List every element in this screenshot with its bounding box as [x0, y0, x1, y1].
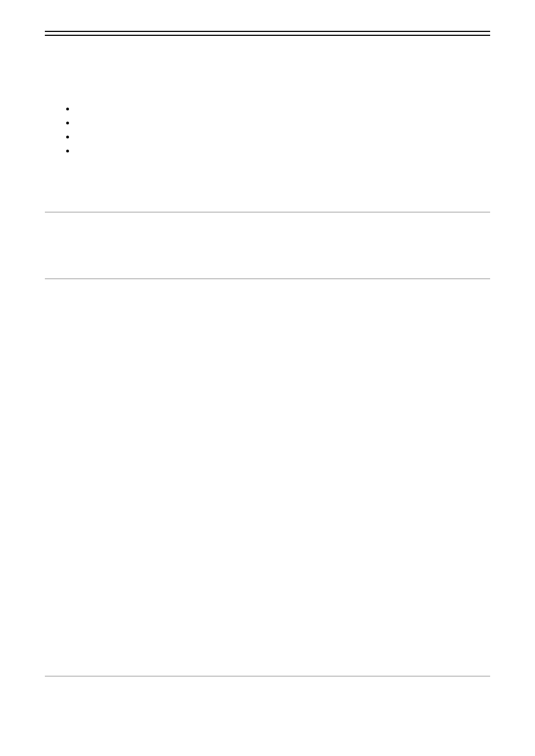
top-rule-2 — [45, 35, 490, 36]
bullet-icon — [66, 122, 69, 124]
bullet-icon — [66, 108, 69, 110]
section-rule-1 — [45, 212, 490, 212]
section-rule-2 — [45, 279, 490, 279]
top-rule-1 — [45, 31, 490, 32]
bullet-icon — [66, 150, 69, 152]
bullet-list — [66, 108, 69, 164]
document-page — [0, 0, 535, 756]
footer-rule — [45, 676, 490, 676]
bullet-icon — [66, 136, 69, 138]
